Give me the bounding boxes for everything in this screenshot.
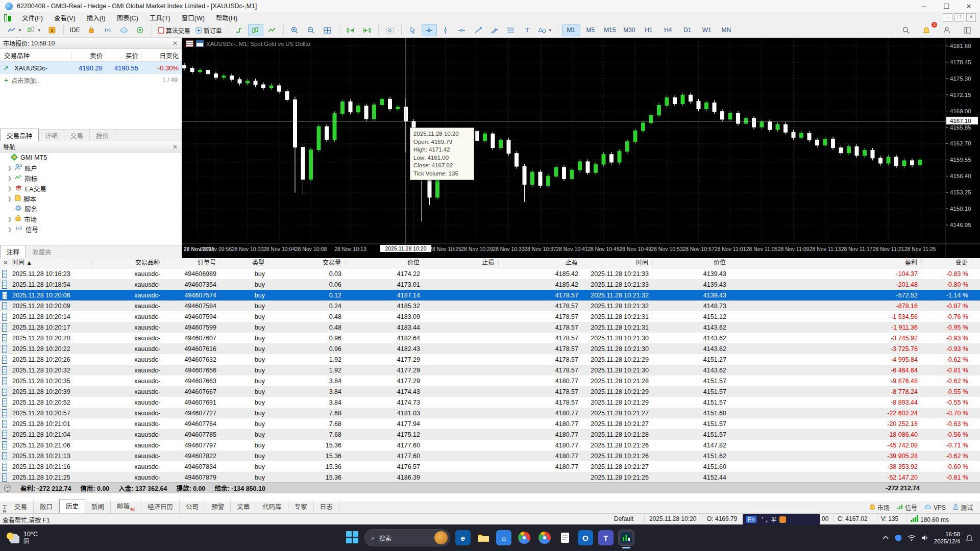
history-row[interactable]: 2025.11.28 10:16:23xauusdc-494606989buy0… bbox=[0, 268, 980, 279]
new-order-button[interactable]: 新订单 bbox=[193, 24, 224, 36]
menu-item-插入[interactable]: 插入(I) bbox=[81, 14, 111, 23]
timeframe-m15-button[interactable]: M15 bbox=[601, 24, 619, 36]
screenshot-button[interactable] bbox=[382, 24, 398, 36]
tab-交易[interactable]: 交易 bbox=[64, 129, 90, 142]
user-profile-icon[interactable] bbox=[939, 24, 954, 36]
explorer-icon[interactable] bbox=[476, 530, 491, 545]
taskbar-search-box[interactable]: ⌕ 搜索 bbox=[364, 529, 450, 546]
mt5-icon[interactable] bbox=[619, 530, 634, 545]
column-header-2[interactable]: 订单号 bbox=[164, 259, 220, 267]
expand-arrow-icon[interactable]: ❯ bbox=[7, 216, 12, 222]
column-header-0[interactable]: 时间 ▲ bbox=[11, 259, 93, 267]
cursor-button[interactable] bbox=[405, 24, 421, 36]
nav-item-script[interactable]: ❯脚本 bbox=[0, 193, 182, 204]
column-header-10[interactable]: 盈利 bbox=[730, 259, 922, 267]
timeframe-mn-button[interactable]: MN bbox=[717, 24, 736, 36]
timeframe-d1-button[interactable]: D1 bbox=[678, 24, 697, 36]
currency-button[interactable]: $ bbox=[44, 24, 60, 36]
zoom-in-button[interactable] bbox=[287, 24, 303, 36]
column-header-8[interactable]: 时间 bbox=[582, 259, 653, 267]
nav-item-gmi[interactable]: GMI MT5 bbox=[0, 153, 182, 163]
taskbar-clock[interactable]: 16:58 2025/12/4 bbox=[934, 531, 960, 545]
line-chart-button[interactable]: ▼ bbox=[6, 24, 24, 36]
history-row[interactable]: 2025.11.28 10:21:25xauusdc-494607879buy1… bbox=[0, 472, 980, 483]
history-row[interactable]: 2025.11.28 10:21:04xauusdc-494607785buy7… bbox=[0, 429, 980, 440]
column-header-4[interactable]: 交易量 bbox=[269, 259, 346, 267]
history-row[interactable]: 2025.11.28 10:21:13xauusdc-494607822buy1… bbox=[0, 450, 980, 461]
nav-item-market[interactable]: ❯市场 bbox=[0, 214, 182, 224]
store-icon[interactable]: ⌂ bbox=[496, 530, 511, 545]
auto-scroll-button[interactable] bbox=[248, 24, 263, 36]
close-button[interactable]: ✕ bbox=[958, 0, 980, 12]
crosshair-button[interactable] bbox=[422, 24, 437, 36]
menu-item-窗口[interactable]: 窗口(W) bbox=[176, 14, 210, 23]
history-row[interactable]: 2025.11.28 10:20:22xauusdc-494607616buy0… bbox=[0, 343, 980, 354]
column-header-6[interactable]: 止损 bbox=[424, 259, 499, 267]
history-row[interactable]: 2025.11.28 10:21:16xauusdc-494607834buy1… bbox=[0, 461, 980, 472]
toolbox-tab-邮箱[interactable]: 邮箱46 bbox=[111, 499, 141, 514]
timeframe-h4-button[interactable]: H4 bbox=[659, 24, 677, 36]
toolbox-tab-日志[interactable]: 日志 bbox=[314, 500, 339, 513]
quick-button-flask[interactable]: 测试 bbox=[953, 503, 973, 512]
tab-收藏夹[interactable]: 收藏夹 bbox=[26, 245, 58, 258]
algo-trading-button[interactable]: 算法交易 bbox=[156, 24, 192, 36]
vertical-line-button[interactable] bbox=[438, 24, 453, 36]
timeframe-m5-button[interactable]: M5 bbox=[581, 24, 600, 36]
toolbox-tab-代码库[interactable]: 代码库 bbox=[256, 500, 288, 513]
shapes-button[interactable]: ▼ bbox=[536, 24, 554, 36]
notes-icon[interactable] bbox=[557, 530, 573, 545]
teams-icon[interactable]: T bbox=[598, 530, 614, 545]
profile-selector[interactable]: Default bbox=[614, 515, 633, 522]
quick-button-bag[interactable]: 市场 bbox=[869, 503, 890, 512]
quick-button-signal[interactable]: 信号 bbox=[897, 503, 917, 512]
trendline-button[interactable] bbox=[471, 24, 486, 36]
signals-button[interactable] bbox=[100, 24, 115, 36]
column-header-11[interactable]: 变更 bbox=[922, 259, 972, 267]
history-row[interactable]: 2025.11.28 10:20:32xauusdc-494607656buy1… bbox=[0, 365, 980, 375]
edge-icon[interactable]: e bbox=[455, 530, 471, 545]
mdi-minimize-button[interactable]: ─ bbox=[943, 13, 952, 22]
toolbox-tab-预警[interactable]: 预警 bbox=[205, 500, 231, 513]
toolbox-tab-专家[interactable]: 专家 bbox=[288, 500, 314, 513]
column-header-3[interactable]: 类型 bbox=[220, 259, 269, 267]
toolbox-tab-新闻[interactable]: 新闻 bbox=[85, 500, 111, 513]
toolbox-tab-历史[interactable]: 历史 bbox=[59, 499, 85, 513]
navigator-close-icon[interactable]: ✕ bbox=[172, 143, 179, 151]
vps-cloud-button[interactable] bbox=[116, 24, 132, 36]
channel-button[interactable] bbox=[487, 24, 502, 36]
expand-arrow-icon[interactable]: ❯ bbox=[7, 186, 12, 191]
start-button[interactable] bbox=[346, 531, 359, 544]
outlook-icon[interactable]: O bbox=[578, 530, 593, 545]
security-shield-icon[interactable] bbox=[895, 534, 902, 542]
toolbox-tab-交易[interactable]: 交易 bbox=[8, 500, 34, 513]
ide-button[interactable]: IDE bbox=[67, 24, 83, 36]
search-icon[interactable] bbox=[898, 24, 914, 36]
ime-punctuation[interactable]: ＇，半 bbox=[760, 515, 776, 523]
mdi-restore-button[interactable]: ❐ bbox=[954, 13, 964, 22]
step-forward-button[interactable] bbox=[343, 24, 358, 36]
market-watch-symbol-row[interactable]: ↗XAUUSDc- 4190.28 4190.55 -0.30% bbox=[0, 62, 182, 74]
menu-item-图表[interactable]: 图表(C) bbox=[111, 14, 143, 23]
horizontal-line-button[interactable] bbox=[454, 24, 470, 36]
history-row[interactable]: 2025.11.28 10:18:54xauusdc-494607354buy0… bbox=[0, 279, 980, 290]
timeframe-h1-button[interactable]: H1 bbox=[640, 24, 658, 36]
history-row[interactable]: 2025.11.28 10:20:06xauusdc-494607574buy0… bbox=[0, 290, 980, 300]
nav-item-signal[interactable]: ❯信号 bbox=[0, 224, 182, 234]
chrome2-icon[interactable] bbox=[537, 530, 552, 545]
tab-注释[interactable]: 注释 bbox=[0, 245, 26, 259]
maximize-button[interactable]: ☐ bbox=[935, 0, 958, 12]
tray-chevron-icon[interactable] bbox=[882, 535, 889, 540]
column-header-7[interactable]: 止盈 bbox=[499, 259, 582, 267]
quick-button-cloud[interactable]: VPS bbox=[924, 504, 946, 511]
fibonacci-button[interactable] bbox=[503, 24, 519, 36]
text-tool-button[interactable]: T bbox=[520, 24, 535, 36]
taskbar-weather-widget[interactable]: 10°C阴 bbox=[0, 531, 98, 545]
menu-item-查看[interactable]: 查看(V) bbox=[48, 14, 81, 23]
minimize-button[interactable]: ─ bbox=[913, 0, 935, 12]
history-row[interactable]: 2025.11.28 10:21:06xauusdc-494607797buy1… bbox=[0, 440, 980, 450]
history-row[interactable]: 2025.11.28 10:20:14xauusdc-494607594buy0… bbox=[0, 311, 980, 322]
timeframe-w1-button[interactable]: W1 bbox=[698, 24, 716, 36]
one-click-trading-icon[interactable] bbox=[186, 40, 193, 47]
layout-icon[interactable] bbox=[960, 24, 975, 36]
ime-language-button[interactable]: En bbox=[746, 516, 756, 523]
